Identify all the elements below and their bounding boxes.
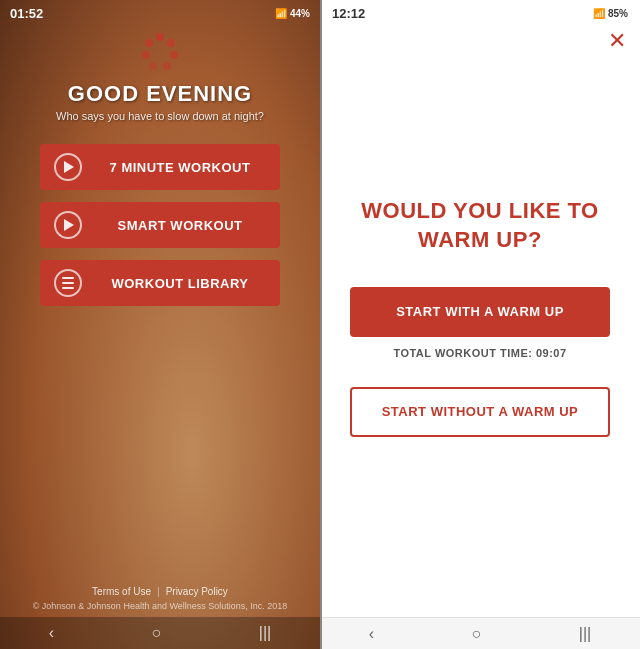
privacy-link[interactable]: Privacy Policy — [166, 586, 228, 597]
svg-point-3 — [163, 62, 171, 70]
start-warm-label: START WITH A WARM UP — [396, 304, 564, 319]
right-content: WOULD YOU LIKE TO WARM UP? START WITH A … — [320, 25, 640, 649]
start-with-warmup-button[interactable]: START WITH A WARM UP — [350, 287, 610, 337]
right-back-button[interactable]: ‹ — [359, 621, 384, 647]
right-status-icons: 📶 85% — [593, 8, 628, 19]
status-bar-right: 12:12 📶 85% — [320, 0, 640, 25]
svg-point-2 — [170, 51, 178, 59]
workout-buttons: 7 MINUTE WORKOUT SMART WORKOUT WORKOUT L… — [40, 144, 280, 306]
close-button[interactable]: ✕ — [608, 30, 626, 52]
right-battery-icon: 85% — [608, 8, 628, 19]
seven-minute-workout-button[interactable]: 7 MINUTE WORKOUT — [40, 144, 280, 190]
start-without-warmup-button[interactable]: START WITHOUT A WARM UP — [350, 387, 610, 437]
svg-point-0 — [156, 33, 164, 41]
seven-min-label: 7 MINUTE WORKOUT — [94, 160, 266, 175]
left-nav-bar: ‹ ○ ||| — [0, 617, 320, 649]
right-home-button[interactable]: ○ — [462, 621, 492, 647]
left-home-button[interactable]: ○ — [142, 620, 172, 646]
smart-workout-button[interactable]: SMART WORKOUT — [40, 202, 280, 248]
footer-divider: | — [157, 586, 160, 597]
copyright-text: © Johnson & Johnson Health and Wellness … — [33, 601, 288, 611]
right-nav-bar: ‹ ○ ||| — [320, 617, 640, 649]
footer-links: Terms of Use | Privacy Policy © Johnson … — [33, 586, 288, 611]
right-recent-button[interactable]: ||| — [569, 621, 601, 647]
greeting-title: GOOD EVENING — [56, 81, 264, 107]
total-workout-time: TOTAL WORKOUT TIME: 09:07 — [393, 347, 566, 359]
right-panel: 12:12 📶 85% ✕ WOULD YOU LIKE TO WARM UP?… — [320, 0, 640, 649]
workout-library-label: WORKOUT LIBRARY — [94, 276, 266, 291]
right-time: 12:12 — [332, 6, 365, 21]
left-status-icons: 📶 44% — [275, 8, 310, 19]
svg-point-5 — [142, 51, 150, 59]
battery-icon: 44% — [290, 8, 310, 19]
right-signal-icon: 📶 — [593, 8, 605, 19]
greeting-section: GOOD EVENING Who says you have to slow d… — [56, 81, 264, 122]
play-icon-2 — [54, 211, 82, 239]
terms-link[interactable]: Terms of Use — [92, 586, 151, 597]
warm-up-question: WOULD YOU LIKE TO WARM UP? — [350, 197, 610, 254]
left-panel: 01:52 📶 44% GOOD EVENING Who says you ha… — [0, 0, 320, 649]
greeting-subtitle: Who says you have to slow down at night? — [56, 110, 264, 122]
panel-divider — [320, 0, 322, 649]
start-no-warm-label: START WITHOUT A WARM UP — [382, 404, 579, 419]
left-back-button[interactable]: ‹ — [39, 620, 64, 646]
workout-library-button[interactable]: WORKOUT LIBRARY — [40, 260, 280, 306]
svg-point-6 — [145, 39, 153, 47]
status-bar-left: 01:52 📶 44% — [0, 0, 320, 25]
app-logo — [138, 29, 182, 73]
signal-icon: 📶 — [275, 8, 287, 19]
left-recent-button[interactable]: ||| — [249, 620, 281, 646]
svg-point-4 — [149, 62, 157, 70]
svg-point-1 — [167, 39, 175, 47]
menu-icon — [54, 269, 82, 297]
smart-workout-label: SMART WORKOUT — [94, 218, 266, 233]
left-time: 01:52 — [10, 6, 43, 21]
play-icon-1 — [54, 153, 82, 181]
